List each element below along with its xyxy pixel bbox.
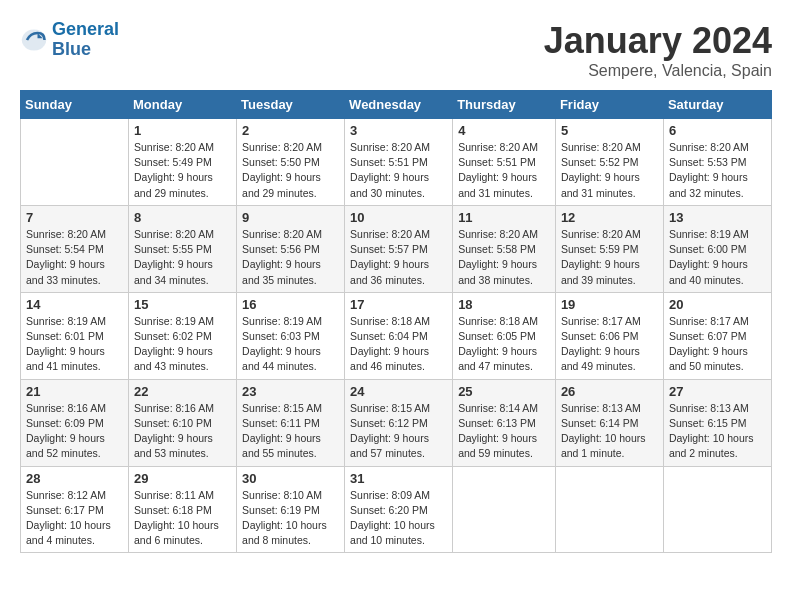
- day-info: Sunrise: 8:20 AM Sunset: 5:54 PM Dayligh…: [26, 227, 123, 288]
- day-number: 5: [561, 123, 658, 138]
- day-info: Sunrise: 8:13 AM Sunset: 6:15 PM Dayligh…: [669, 401, 766, 462]
- day-info: Sunrise: 8:20 AM Sunset: 5:55 PM Dayligh…: [134, 227, 231, 288]
- day-number: 14: [26, 297, 123, 312]
- day-info: Sunrise: 8:20 AM Sunset: 5:51 PM Dayligh…: [458, 140, 550, 201]
- day-number: 27: [669, 384, 766, 399]
- day-info: Sunrise: 8:15 AM Sunset: 6:11 PM Dayligh…: [242, 401, 339, 462]
- day-cell: 25Sunrise: 8:14 AM Sunset: 6:13 PM Dayli…: [453, 379, 556, 466]
- logo-line2: Blue: [52, 40, 119, 60]
- day-number: 17: [350, 297, 447, 312]
- day-info: Sunrise: 8:15 AM Sunset: 6:12 PM Dayligh…: [350, 401, 447, 462]
- day-number: 21: [26, 384, 123, 399]
- day-cell: 30Sunrise: 8:10 AM Sunset: 6:19 PM Dayli…: [237, 466, 345, 553]
- day-number: 7: [26, 210, 123, 225]
- day-info: Sunrise: 8:18 AM Sunset: 6:05 PM Dayligh…: [458, 314, 550, 375]
- col-header-thursday: Thursday: [453, 91, 556, 119]
- day-info: Sunrise: 8:17 AM Sunset: 6:07 PM Dayligh…: [669, 314, 766, 375]
- week-row-0: 1Sunrise: 8:20 AM Sunset: 5:49 PM Daylig…: [21, 119, 772, 206]
- day-number: 25: [458, 384, 550, 399]
- day-info: Sunrise: 8:20 AM Sunset: 5:57 PM Dayligh…: [350, 227, 447, 288]
- day-cell: 4Sunrise: 8:20 AM Sunset: 5:51 PM Daylig…: [453, 119, 556, 206]
- week-row-4: 28Sunrise: 8:12 AM Sunset: 6:17 PM Dayli…: [21, 466, 772, 553]
- day-cell: 15Sunrise: 8:19 AM Sunset: 6:02 PM Dayli…: [129, 292, 237, 379]
- day-number: 4: [458, 123, 550, 138]
- day-cell: 14Sunrise: 8:19 AM Sunset: 6:01 PM Dayli…: [21, 292, 129, 379]
- day-number: 22: [134, 384, 231, 399]
- calendar-table: SundayMondayTuesdayWednesdayThursdayFrid…: [20, 90, 772, 553]
- day-info: Sunrise: 8:19 AM Sunset: 6:03 PM Dayligh…: [242, 314, 339, 375]
- col-header-wednesday: Wednesday: [345, 91, 453, 119]
- day-number: 13: [669, 210, 766, 225]
- page-header: General Blue January 2024 Sempere, Valen…: [20, 20, 772, 80]
- day-info: Sunrise: 8:13 AM Sunset: 6:14 PM Dayligh…: [561, 401, 658, 462]
- day-number: 24: [350, 384, 447, 399]
- day-number: 9: [242, 210, 339, 225]
- day-cell: [21, 119, 129, 206]
- day-cell: 20Sunrise: 8:17 AM Sunset: 6:07 PM Dayli…: [663, 292, 771, 379]
- day-cell: [555, 466, 663, 553]
- day-cell: 11Sunrise: 8:20 AM Sunset: 5:58 PM Dayli…: [453, 205, 556, 292]
- day-cell: 24Sunrise: 8:15 AM Sunset: 6:12 PM Dayli…: [345, 379, 453, 466]
- location-subtitle: Sempere, Valencia, Spain: [544, 62, 772, 80]
- week-row-2: 14Sunrise: 8:19 AM Sunset: 6:01 PM Dayli…: [21, 292, 772, 379]
- col-header-sunday: Sunday: [21, 91, 129, 119]
- day-number: 31: [350, 471, 447, 486]
- col-header-tuesday: Tuesday: [237, 91, 345, 119]
- day-number: 11: [458, 210, 550, 225]
- day-info: Sunrise: 8:16 AM Sunset: 6:10 PM Dayligh…: [134, 401, 231, 462]
- day-cell: 13Sunrise: 8:19 AM Sunset: 6:00 PM Dayli…: [663, 205, 771, 292]
- day-number: 6: [669, 123, 766, 138]
- day-number: 29: [134, 471, 231, 486]
- day-cell: 19Sunrise: 8:17 AM Sunset: 6:06 PM Dayli…: [555, 292, 663, 379]
- week-row-3: 21Sunrise: 8:16 AM Sunset: 6:09 PM Dayli…: [21, 379, 772, 466]
- day-info: Sunrise: 8:20 AM Sunset: 5:58 PM Dayligh…: [458, 227, 550, 288]
- day-info: Sunrise: 8:19 AM Sunset: 6:01 PM Dayligh…: [26, 314, 123, 375]
- day-cell: 31Sunrise: 8:09 AM Sunset: 6:20 PM Dayli…: [345, 466, 453, 553]
- day-cell: 8Sunrise: 8:20 AM Sunset: 5:55 PM Daylig…: [129, 205, 237, 292]
- day-cell: 12Sunrise: 8:20 AM Sunset: 5:59 PM Dayli…: [555, 205, 663, 292]
- day-cell: 9Sunrise: 8:20 AM Sunset: 5:56 PM Daylig…: [237, 205, 345, 292]
- day-cell: 3Sunrise: 8:20 AM Sunset: 5:51 PM Daylig…: [345, 119, 453, 206]
- day-number: 26: [561, 384, 658, 399]
- day-cell: [453, 466, 556, 553]
- day-number: 16: [242, 297, 339, 312]
- day-cell: 7Sunrise: 8:20 AM Sunset: 5:54 PM Daylig…: [21, 205, 129, 292]
- month-title: January 2024: [544, 20, 772, 62]
- day-info: Sunrise: 8:09 AM Sunset: 6:20 PM Dayligh…: [350, 488, 447, 549]
- day-info: Sunrise: 8:11 AM Sunset: 6:18 PM Dayligh…: [134, 488, 231, 549]
- day-cell: 1Sunrise: 8:20 AM Sunset: 5:49 PM Daylig…: [129, 119, 237, 206]
- logo-icon: [20, 26, 48, 54]
- day-info: Sunrise: 8:20 AM Sunset: 5:59 PM Dayligh…: [561, 227, 658, 288]
- col-header-saturday: Saturday: [663, 91, 771, 119]
- day-cell: 6Sunrise: 8:20 AM Sunset: 5:53 PM Daylig…: [663, 119, 771, 206]
- day-cell: 10Sunrise: 8:20 AM Sunset: 5:57 PM Dayli…: [345, 205, 453, 292]
- day-info: Sunrise: 8:10 AM Sunset: 6:19 PM Dayligh…: [242, 488, 339, 549]
- day-number: 10: [350, 210, 447, 225]
- day-number: 18: [458, 297, 550, 312]
- day-cell: 21Sunrise: 8:16 AM Sunset: 6:09 PM Dayli…: [21, 379, 129, 466]
- day-info: Sunrise: 8:16 AM Sunset: 6:09 PM Dayligh…: [26, 401, 123, 462]
- day-info: Sunrise: 8:19 AM Sunset: 6:00 PM Dayligh…: [669, 227, 766, 288]
- col-header-monday: Monday: [129, 91, 237, 119]
- day-info: Sunrise: 8:17 AM Sunset: 6:06 PM Dayligh…: [561, 314, 658, 375]
- col-header-friday: Friday: [555, 91, 663, 119]
- day-info: Sunrise: 8:20 AM Sunset: 5:56 PM Dayligh…: [242, 227, 339, 288]
- day-cell: 16Sunrise: 8:19 AM Sunset: 6:03 PM Dayli…: [237, 292, 345, 379]
- logo: General Blue: [20, 20, 119, 60]
- week-row-1: 7Sunrise: 8:20 AM Sunset: 5:54 PM Daylig…: [21, 205, 772, 292]
- day-cell: 2Sunrise: 8:20 AM Sunset: 5:50 PM Daylig…: [237, 119, 345, 206]
- day-cell: 17Sunrise: 8:18 AM Sunset: 6:04 PM Dayli…: [345, 292, 453, 379]
- day-cell: 26Sunrise: 8:13 AM Sunset: 6:14 PM Dayli…: [555, 379, 663, 466]
- day-cell: 27Sunrise: 8:13 AM Sunset: 6:15 PM Dayli…: [663, 379, 771, 466]
- day-number: 2: [242, 123, 339, 138]
- day-number: 23: [242, 384, 339, 399]
- day-number: 12: [561, 210, 658, 225]
- day-number: 1: [134, 123, 231, 138]
- day-info: Sunrise: 8:12 AM Sunset: 6:17 PM Dayligh…: [26, 488, 123, 549]
- day-number: 20: [669, 297, 766, 312]
- header-row: SundayMondayTuesdayWednesdayThursdayFrid…: [21, 91, 772, 119]
- day-info: Sunrise: 8:20 AM Sunset: 5:52 PM Dayligh…: [561, 140, 658, 201]
- day-info: Sunrise: 8:20 AM Sunset: 5:51 PM Dayligh…: [350, 140, 447, 201]
- day-cell: 29Sunrise: 8:11 AM Sunset: 6:18 PM Dayli…: [129, 466, 237, 553]
- day-number: 8: [134, 210, 231, 225]
